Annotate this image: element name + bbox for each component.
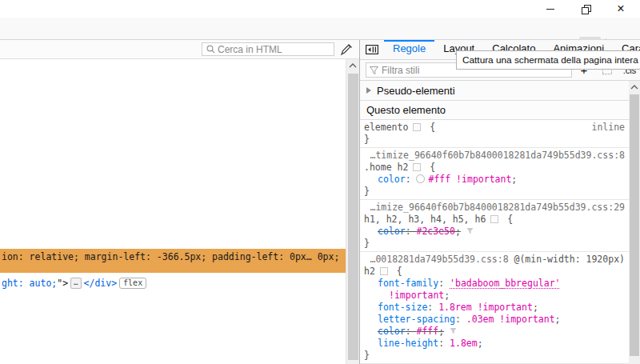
open-brace: { [391, 266, 402, 277]
search-input[interactable] [218, 44, 334, 55]
devtools-toolbar: ▾ [0, 18, 640, 40]
closing-tag: </div> [84, 278, 118, 289]
property-name: line-height [378, 338, 438, 349]
property-value: 1.8rem [438, 302, 472, 313]
rule-source-link[interactable]: …0018281da749b55d39.css:8 [370, 254, 509, 265]
property-name: color [378, 174, 406, 185]
markup-closing-line[interactable]: ght: auto;"> … </div> flex [2, 277, 146, 290]
attribute-text: ion: relative; margin-left: -366.5px; pa… [2, 251, 339, 262]
declaration-text: color: #2c3e50; [378, 226, 461, 237]
rule-media-query: @(min-width: 1920px) [509, 254, 625, 265]
rules-scrollbar[interactable] [629, 81, 640, 364]
window-minimize-button[interactable] [536, 0, 565, 18]
css-declaration[interactable]: color: #fff; [364, 326, 625, 338]
declaration-text: letter-spacing: .03em !important; [378, 314, 561, 325]
window-restore-button[interactable] [571, 0, 600, 18]
window-close-button[interactable]: × [606, 0, 635, 18]
property-value: 'badaboom_bbregular' [450, 278, 560, 289]
scroll-up-icon[interactable] [346, 63, 359, 68]
declaration-text: color: #fff !important; [378, 174, 517, 185]
close-brace: } [364, 350, 625, 362]
property-value: #2c3e50 [416, 226, 454, 237]
close-icon: × [617, 2, 624, 15]
highlight-matches-icon[interactable] [413, 163, 421, 171]
rule-source-line: …0018281da749b55d39.css:8 @(min-width: 1… [364, 254, 625, 266]
overridden-filter-icon[interactable] [466, 226, 474, 237]
important-keyword: !important [450, 174, 511, 185]
inspector-toolbar [0, 40, 359, 59]
rules-sidebar: RegoleLayoutCalcolatoAnimazioniCarat▾ + … [360, 40, 640, 364]
toggle-panes-button[interactable] [360, 40, 384, 59]
css-rule: inlineelemento {} [360, 120, 629, 148]
property-value: .03em [466, 314, 494, 325]
close-brace: } [364, 238, 625, 250]
tab-regole[interactable]: Regole [384, 40, 434, 59]
this-element-label: Questo elemento [366, 104, 446, 116]
highlight-matches-icon[interactable] [413, 123, 421, 131]
restore-icon [582, 5, 590, 14]
important-keyword: !important [389, 290, 444, 301]
property-name: letter-spacing [378, 314, 455, 325]
eyedropper-icon [339, 42, 354, 57]
rule-selector[interactable]: h1, h2, h3, h4, h5, h6 [364, 214, 486, 225]
important-keyword: !important [494, 314, 554, 325]
css-rule: …0018281da749b55d39.css:8 @(min-width: 1… [360, 252, 629, 364]
minimize-icon [546, 9, 554, 10]
rule-selector[interactable]: elemento [364, 122, 408, 133]
important-keyword: !important [472, 302, 533, 313]
property-value: #fff [428, 174, 450, 185]
declaration-text: line-height: 1.8em; [378, 338, 483, 349]
property-name: color [378, 326, 406, 337]
css-declaration[interactable]: letter-spacing: .03em !important; [364, 314, 625, 326]
rule-selector-line: h1, h2, h3, h4, h5, h6 { [364, 214, 625, 226]
css-declaration[interactable]: font-size: 1.8rem !important; [364, 302, 625, 314]
css-declaration-continued[interactable]: !important; [364, 290, 625, 302]
devtools-window: × ▾ [0, 0, 640, 364]
attribute-fragment: ght: auto;"> [2, 278, 68, 289]
scroll-up-icon[interactable] [629, 85, 640, 90]
rule-selector-line: h2 { [364, 266, 625, 278]
property-value: #fff [416, 326, 438, 337]
eyedropper-button[interactable] [337, 41, 356, 58]
open-brace: { [424, 122, 435, 133]
screenshot-tooltip: Cattura una schermata della pagina inter… [456, 50, 640, 70]
markup-search [202, 42, 334, 56]
display-type-note: inline [591, 122, 625, 134]
close-brace: } [364, 134, 625, 146]
css-declaration[interactable]: font-family: 'badaboom_bbregular' [364, 278, 625, 290]
rule-source-link[interactable]: …timize_96640f60b7b8400018281da749b55d39… [370, 150, 626, 161]
css-declaration[interactable]: color: #fff !important; [364, 174, 625, 186]
open-brace: { [424, 162, 435, 173]
rule-selector[interactable]: .home h2 [364, 162, 408, 173]
this-element-header: Questo elemento [360, 101, 629, 120]
declaration-text: font-family: 'badaboom_bbregular' [378, 278, 561, 289]
rule-selector-line: inlineelemento { [364, 122, 625, 134]
attribute-value: ght: auto; [2, 278, 57, 289]
property-name: font-size [378, 302, 427, 313]
css-declaration[interactable]: line-height: 1.8em; [364, 338, 625, 350]
scrollbar-thumb[interactable] [630, 94, 639, 356]
rule-selector-line: .home h2 { [364, 162, 625, 174]
rule-source-link[interactable]: …imize_96640f60b7b8400018281da749b55d39.… [370, 202, 626, 213]
filter-icon [370, 66, 378, 74]
markup-scrollbar[interactable] [346, 59, 359, 364]
three-pane-icon [366, 45, 378, 54]
expand-ellipsis-badge[interactable]: … [70, 278, 81, 289]
rule-selector[interactable]: h2 [364, 266, 375, 277]
css-rule: …timize_96640f60b7b8400018281da749b55d39… [360, 148, 629, 200]
css-rule: …imize_96640f60b7b8400018281da749b55d39.… [360, 200, 629, 252]
flex-badge[interactable]: flex [119, 278, 146, 289]
close-brace: } [364, 186, 625, 198]
pseudo-elements-header[interactable]: Pseudo-elementi [360, 81, 629, 101]
scrollbar-thumb[interactable] [348, 74, 358, 360]
markup-highlighted-line[interactable]: ion: relative; margin-left: -366.5px; pa… [0, 249, 346, 273]
declaration-text: font-size: 1.8rem !important; [378, 302, 538, 313]
css-declaration[interactable]: color: #2c3e50; [364, 226, 625, 238]
color-swatch[interactable] [416, 174, 425, 183]
overridden-filter-icon[interactable] [450, 326, 457, 337]
expand-arrow-icon [366, 87, 371, 94]
rule-source-line: …imize_96640f60b7b8400018281da749b55d39.… [364, 202, 625, 214]
highlight-matches-icon[interactable] [490, 215, 498, 223]
markup-view: ion: relative; margin-left: -366.5px; pa… [0, 59, 346, 364]
highlight-matches-icon[interactable] [380, 267, 388, 275]
